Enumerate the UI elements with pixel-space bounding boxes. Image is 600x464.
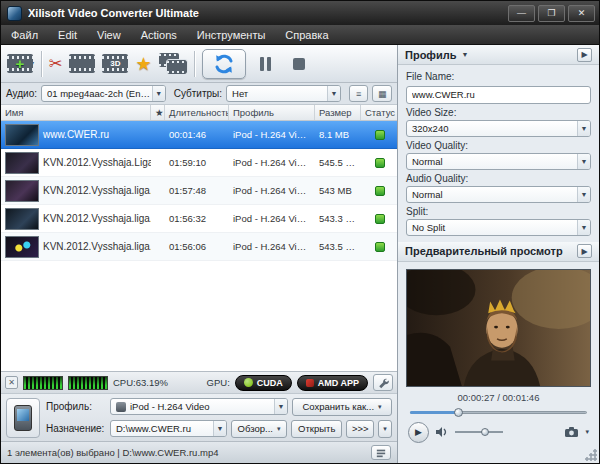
extra-dropdown-button[interactable]: ▾ [378, 420, 392, 438]
close-button[interactable]: ✕ [568, 5, 595, 22]
video-frame-image [407, 270, 590, 386]
snapshot-button[interactable] [564, 426, 579, 438]
chevron-down-icon: ▼ [577, 121, 590, 136]
subtitle-label: Субтитры: [174, 88, 222, 99]
more-options-button[interactable]: >>> [346, 420, 374, 438]
volume-button[interactable] [435, 426, 449, 438]
column-header-profile[interactable]: Профиль [229, 105, 315, 120]
cuda-toggle[interactable]: CUDA [235, 375, 292, 391]
effects-icon[interactable] [69, 54, 95, 73]
add-file-button[interactable]: + ▾ [7, 54, 34, 73]
amd-logo-icon [306, 379, 314, 387]
file-name: KVN.2012.Vysshaja.liga.Vtoraja.igra... [43, 241, 151, 252]
resize-grip[interactable] [584, 448, 597, 461]
column-header-name[interactable]: Имя [1, 105, 151, 120]
pause-button[interactable] [253, 49, 279, 79]
column-header-size[interactable]: Размер [315, 105, 361, 120]
profile-device-icon [116, 402, 126, 412]
wrench-icon [377, 377, 389, 389]
list-view-button[interactable]: ≡ [349, 85, 369, 102]
open-button[interactable]: Открыть [291, 420, 342, 438]
video-preview-screen[interactable] [406, 269, 591, 387]
profile-cell: iPod - H.264 Video [229, 185, 315, 196]
menu-actions[interactable]: Actions [131, 25, 187, 44]
column-header-status[interactable]: Статус [361, 105, 398, 120]
audio-quality-select[interactable]: Normal ▼ [406, 186, 591, 203]
profile-panel-header[interactable]: Профиль ▼ ▶ [398, 45, 599, 65]
file-name: www.CWER.ru [43, 129, 109, 140]
profile-label: Профиль: [46, 401, 106, 412]
seek-handle[interactable] [454, 408, 463, 417]
player-controls: ▶ [398, 419, 599, 443]
file-list-header: Имя ★ Длительность Профиль Размер Статус [1, 105, 397, 121]
snapshot-dropdown-arrow-icon[interactable]: ▾ [585, 428, 589, 436]
maximize-button[interactable]: ❐ [538, 5, 565, 22]
convert-arrows-icon [212, 52, 236, 76]
volume-slider[interactable] [455, 427, 503, 437]
volume-handle[interactable] [481, 428, 489, 436]
status-ready-icon [375, 186, 385, 196]
menu-tools[interactable]: Инструменты [187, 25, 276, 44]
table-row[interactable]: KVN.2012.Vysshaja.liga.Vtoraja.igra... 0… [1, 233, 397, 261]
menu-view[interactable]: View [87, 25, 131, 44]
file-list-empty-area[interactable] [1, 261, 397, 371]
column-header-star[interactable]: ★ [151, 105, 165, 120]
meter-close-icon[interactable]: ✕ [5, 376, 18, 389]
settings-wrench-button[interactable] [373, 374, 393, 391]
seek-bar[interactable] [410, 407, 587, 417]
title-bar[interactable]: Xilisoft Video Converter Ultimate — ❐ ✕ [1, 1, 599, 25]
column-header-duration[interactable]: Длительность [165, 105, 229, 120]
video-quality-select[interactable]: Normal ▼ [406, 153, 591, 170]
chevron-down-icon: ▼ [577, 187, 590, 202]
cpu-usage-text: CPU:63.19% [113, 377, 168, 388]
app-icon [7, 6, 22, 21]
video-size-select[interactable]: 320x240 ▼ [406, 120, 591, 137]
audio-label: Аудио: [6, 88, 37, 99]
amd-app-toggle[interactable]: AMD APP [297, 375, 368, 391]
output-profile-select[interactable]: iPod - H.264 Video ▼ [110, 398, 288, 415]
menu-file[interactable]: Файл [1, 25, 48, 44]
save-as-button[interactable]: Сохранить как... ▾ [292, 398, 392, 416]
table-row[interactable]: KVN.2012.Vysshaja.Liga.1.4.Finala.I... 0… [1, 149, 397, 177]
subtitle-select[interactable]: Нет ▼ [226, 85, 341, 102]
file-name-label: File Name: [406, 71, 591, 82]
menu-help[interactable]: Справка [275, 25, 338, 44]
play-button[interactable]: ▶ [408, 422, 429, 443]
gpu-meter [68, 376, 108, 390]
table-row[interactable]: KVN.2012.Vysshaja.liga.Tretija.igra.(...… [1, 205, 397, 233]
preview-panel-header[interactable]: Предварительный просмотр ▶ [398, 242, 599, 262]
3d-convert-icon[interactable]: 3D [102, 54, 128, 73]
merge-icon[interactable] [159, 53, 187, 75]
snapshot-star-icon[interactable]: ★ [135, 55, 151, 73]
file-name: KVN.2012.Vysshaja.liga.Chetvertaja... [43, 185, 151, 196]
convert-button[interactable] [202, 49, 246, 79]
collapse-panel-button[interactable]: ▶ [577, 244, 592, 258]
clip-scissors-icon[interactable]: ✂ [49, 56, 62, 72]
split-select[interactable]: No Split ▼ [406, 219, 591, 236]
speaker-icon [435, 426, 449, 438]
browse-button[interactable]: Обзор... ▾ [231, 420, 287, 438]
duration-cell: 01:56:06 [165, 241, 229, 252]
minimize-button[interactable]: — [508, 5, 535, 22]
stop-icon [293, 58, 305, 70]
thumbnail-view-button[interactable]: ▦ [372, 85, 392, 102]
menu-edit[interactable]: Edit [48, 25, 87, 44]
video-quality-label: Video Quality: [406, 140, 591, 151]
stop-button[interactable] [286, 49, 312, 79]
device-preview-box [6, 398, 40, 438]
duration-cell: 01:56:32 [165, 213, 229, 224]
audio-track-select[interactable]: 01 mpeg4aac-2ch (English) ▼ [41, 85, 166, 102]
chevron-down-icon: ▾ [277, 425, 281, 433]
toolbar-separator [41, 51, 42, 77]
file-name-input[interactable] [406, 86, 591, 104]
table-row[interactable]: www.CWER.ru 00:01:46 iPod - H.264 Video … [1, 121, 397, 149]
preview-header-label: Предварительный просмотр [405, 245, 563, 257]
status-ready-icon [375, 130, 385, 140]
profile-header-label: Профиль [405, 49, 456, 61]
collapse-panel-button[interactable]: ▶ [577, 48, 592, 62]
status-list-button[interactable] [371, 445, 391, 460]
video-thumbnail [5, 236, 39, 258]
destination-select[interactable]: D:\www.CWER.ru ▼ [110, 420, 227, 437]
video-thumbnail [5, 180, 39, 202]
table-row[interactable]: KVN.2012.Vysshaja.liga.Chetvertaja... 01… [1, 177, 397, 205]
